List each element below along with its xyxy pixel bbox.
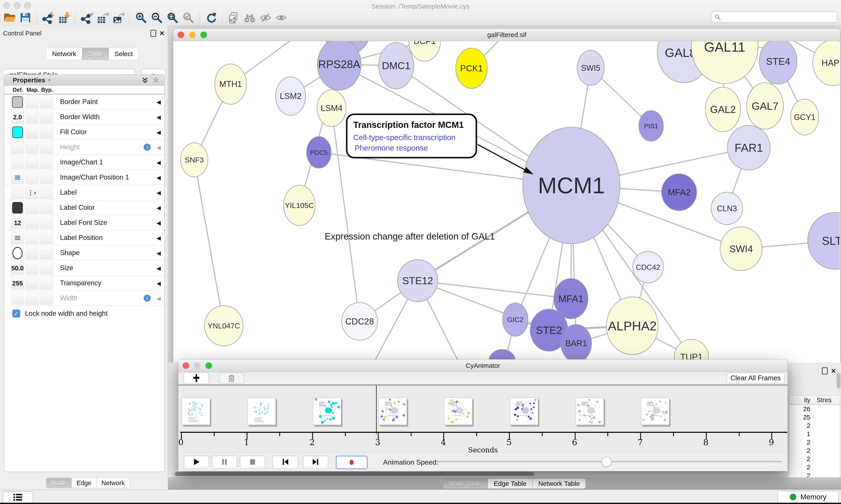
table-row[interactable]: 25 [789, 413, 840, 421]
animation-speed-knob[interactable] [602, 457, 611, 467]
info-icon[interactable]: i [144, 295, 151, 302]
graph-node-swi4[interactable]: SWI4 [720, 227, 762, 271]
graph-node-snf3[interactable]: SNF3 [181, 143, 208, 177]
graph-node-far1[interactable]: FAR1 [727, 125, 770, 170]
def-value-cell[interactable] [11, 292, 24, 305]
expand-all-icon[interactable] [141, 76, 149, 84]
def-value-cell[interactable] [11, 156, 24, 169]
search-input[interactable] [711, 12, 838, 23]
network-window-titlebar[interactable]: galFiltered.sif [173, 29, 840, 41]
property-row-fill-color[interactable]: Fill Color◀ [4, 125, 164, 140]
toolbar-import-table-button[interactable] [56, 11, 72, 24]
stop-button[interactable] [240, 456, 265, 468]
column-header-stress[interactable]: Stres [813, 396, 840, 404]
graph-node-rps28a[interactable]: RPS28A [317, 41, 361, 90]
byp-value-cell[interactable] [40, 201, 53, 214]
skip-start-button[interactable] [273, 456, 298, 468]
tab-select[interactable]: Select [109, 48, 139, 60]
expand-row-icon[interactable]: ◀ [157, 280, 161, 287]
frame-thumbnail-6[interactable] [576, 398, 604, 425]
def-value-cell[interactable] [11, 171, 24, 184]
tab-network[interactable]: Network [96, 478, 130, 488]
pause-button[interactable] [212, 456, 237, 468]
graph-node-dmc1[interactable]: DMC1 [379, 42, 414, 89]
def-value-cell[interactable] [11, 201, 24, 214]
expand-row-icon[interactable]: ◀ [157, 205, 161, 211]
tab-edge[interactable]: Edge [71, 478, 96, 488]
frame-thumbnail-7[interactable] [641, 398, 669, 425]
property-row-label-font-size[interactable]: 12Label Font Size◀ [4, 215, 164, 230]
property-row-image-chart-1[interactable]: Image/Chart 1◀ [4, 155, 164, 170]
map-value-cell[interactable] [25, 232, 38, 244]
clear-all-frames-button[interactable]: Clear All Frames [727, 373, 785, 383]
graph-node-gal11[interactable]: GAL11 [692, 41, 758, 84]
def-value-cell[interactable] [11, 141, 24, 154]
node-table[interactable]: ityStres26252122222 [789, 395, 840, 480]
toolbar-export-network-button[interactable] [79, 11, 95, 24]
byp-value-cell[interactable] [40, 217, 53, 229]
byp-value-cell[interactable] [40, 232, 53, 244]
property-row-label-color[interactable]: Label Color◀ [4, 200, 164, 215]
properties-header[interactable]: Properties [4, 75, 164, 86]
network-canvas[interactable]: DCP1RPS28ADMC1PCK1MTH1LSM2LSM4SWI5GAL80G… [173, 41, 840, 364]
expand-row-icon[interactable]: ◀ [157, 190, 161, 196]
graph-node-hap[interactable]: HAP2 [813, 41, 840, 86]
expand-row-icon[interactable]: ◀ [157, 114, 161, 121]
def-value-cell[interactable] [11, 96, 24, 108]
map-value-cell[interactable] [25, 156, 38, 169]
property-row-size[interactable]: 50.0Size◀ [4, 260, 164, 276]
def-value-cell[interactable]: 50.0 [11, 262, 24, 274]
frame-thumbnail-5[interactable] [510, 398, 538, 425]
float-panel-icon[interactable] [822, 367, 828, 374]
expand-row-icon[interactable]: ◀ [157, 99, 161, 105]
graph-node-mcm1[interactable]: MCM1 [523, 127, 620, 244]
graph-node-pis1[interactable]: PIS1 [639, 111, 663, 141]
byp-value-cell[interactable] [40, 141, 53, 154]
table-row[interactable]: 2 [789, 463, 840, 471]
annotation-link[interactable]: Cell-type-specific transcription [353, 133, 455, 142]
graph-node-gal2[interactable]: GAL2 [705, 87, 740, 132]
graph-node-gic2[interactable]: GIC2 [503, 303, 528, 336]
byp-value-cell[interactable] [40, 126, 53, 139]
table-row[interactable]: 2 [789, 438, 840, 446]
collapse-all-icon[interactable] [152, 76, 160, 84]
frame-thumbnail-1[interactable] [248, 398, 276, 425]
graph-node-ste12[interactable]: STE12 [397, 260, 438, 302]
add-frame-button[interactable] [183, 372, 209, 384]
table-horizontal-scrollbar[interactable] [173, 471, 788, 477]
graph-node-slt2[interactable]: SLT2 [808, 212, 840, 269]
toolbar-import-network-button[interactable] [40, 11, 56, 24]
map-value-cell[interactable] [25, 141, 38, 154]
toolbar-refresh-view-button[interactable] [203, 11, 219, 24]
graph-node-mfa2[interactable]: MFA2 [662, 174, 697, 211]
property-row-transparency[interactable]: 255Transparency◀ [4, 276, 164, 291]
timeline-playhead[interactable] [376, 386, 377, 434]
graph-node-ste4[interactable]: STE4 [759, 41, 797, 84]
property-row-border-paint[interactable]: Border Paint◀ [4, 94, 164, 109]
tab-network-table[interactable]: Network Table [532, 479, 586, 489]
graph-node-gal7[interactable]: GAL7 [747, 83, 783, 129]
delete-frame-button[interactable] [219, 373, 244, 383]
memory-button[interactable]: Memory [777, 491, 839, 503]
map-value-cell[interactable] [25, 96, 38, 108]
def-value-cell[interactable]: 12 [11, 217, 24, 229]
property-row-height[interactable]: Heighti◀ [4, 140, 164, 155]
byp-value-cell[interactable] [40, 171, 53, 184]
toolbar-zoom-in-button[interactable] [133, 11, 149, 24]
record-button[interactable] [336, 456, 368, 469]
annotation-callout[interactable]: Transcription factor MCM1Cell-type-speci… [347, 114, 534, 175]
graph-node-yil105c[interactable]: YIL105C [284, 185, 315, 226]
expand-row-icon[interactable]: ◀ [157, 265, 161, 271]
byp-value-cell[interactable] [40, 156, 53, 169]
table-row[interactable]: 2 [789, 421, 840, 430]
map-value-cell[interactable] [25, 262, 38, 274]
byp-value-cell[interactable] [40, 111, 53, 124]
graph-node-pck1[interactable]: PCK1 [456, 48, 487, 88]
tab-node[interactable]: Node [46, 478, 71, 488]
property-row-label[interactable]: ⋮›Label◀ [4, 185, 164, 200]
graph-node-lsm2[interactable]: LSM2 [276, 77, 305, 115]
def-value-cell[interactable] [11, 126, 24, 139]
byp-value-cell[interactable] [40, 277, 53, 290]
graph-node-ynl047c[interactable]: YNL047C [204, 306, 243, 346]
tab-style[interactable]: Style [82, 48, 109, 60]
